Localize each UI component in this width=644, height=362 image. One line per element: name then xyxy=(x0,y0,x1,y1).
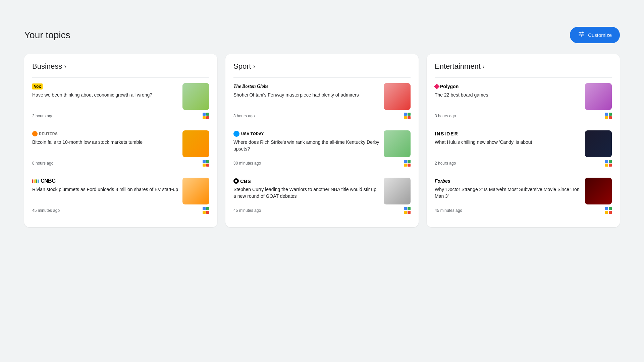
article-title: Stephen Curry leading the Warriors to an… xyxy=(233,186,380,199)
svg-rect-8 xyxy=(203,207,206,210)
page-title: Your topics xyxy=(24,30,70,41)
source-logo-container: CNBC xyxy=(32,178,178,184)
source-logo-container: Vox xyxy=(32,83,178,90)
topic-heading-entertainment[interactable]: Entertainment › xyxy=(435,62,612,71)
source-logo-container: Polygon xyxy=(435,83,581,90)
article-item[interactable]: Forbes Why 'Doctor Strange 2' Is Marvel'… xyxy=(435,172,612,219)
article-footer: 3 hours ago xyxy=(233,113,411,119)
article-title: Rivian stock plummets as Ford unloads 8 … xyxy=(32,186,178,193)
article-time: 2 hours ago xyxy=(32,114,53,118)
topic-heading-sport[interactable]: Sport › xyxy=(233,62,411,71)
source-logo-usa-today: USA TODAY xyxy=(233,131,264,137)
topic-arrow-icon: › xyxy=(64,63,66,70)
article-item[interactable]: CNBC Rivian stock plummets as Ford unloa… xyxy=(32,172,209,219)
article-item[interactable]: CBS Stephen Curry leading the Warriors t… xyxy=(233,172,411,219)
article-time: 8 hours ago xyxy=(32,161,53,166)
source-logo-container: CBS xyxy=(233,178,380,184)
article-title: Bitcoin falls to 10-month low as stock m… xyxy=(32,139,178,146)
article-item[interactable]: The Boston Globe Shohei Ohtani's Fenway … xyxy=(233,77,411,125)
article-item[interactable]: REUTERS Bitcoin falls to 10-month low as… xyxy=(32,125,209,172)
svg-rect-18 xyxy=(404,164,407,167)
article-title: Where does Rich Strike's win rank among … xyxy=(233,139,380,152)
article-item[interactable]: INSIDER What Hulu's chilling new show 'C… xyxy=(435,125,612,172)
svg-rect-31 xyxy=(609,164,612,167)
article-thumbnail xyxy=(585,83,612,110)
google-news-icon xyxy=(404,207,411,214)
source-logo-polygon: Polygon xyxy=(435,84,459,89)
svg-rect-24 xyxy=(605,113,608,116)
svg-rect-0 xyxy=(203,113,206,116)
google-news-icon xyxy=(404,160,411,167)
svg-rect-10 xyxy=(203,211,206,214)
topic-card-entertainment: Entertainment › Polygon The 22 best boar… xyxy=(427,54,620,227)
svg-rect-23 xyxy=(408,211,411,214)
article-time: 30 minutes ago xyxy=(233,161,261,166)
topic-arrow-icon: › xyxy=(483,63,485,70)
svg-rect-32 xyxy=(605,207,608,210)
article-item[interactable]: Polygon The 22 best board games 3 hours … xyxy=(435,77,612,125)
article-content: CBS Stephen Curry leading the Warriors t… xyxy=(233,178,380,201)
svg-rect-14 xyxy=(404,116,407,119)
svg-rect-17 xyxy=(408,160,411,163)
article-thumbnail xyxy=(182,178,209,204)
topic-card-business: Business › Vox Have we been thinking abo… xyxy=(24,54,217,227)
google-news-icon xyxy=(404,113,411,119)
svg-rect-21 xyxy=(408,207,411,210)
article-time: 3 hours ago xyxy=(233,114,255,118)
article-footer: 45 minutes ago xyxy=(32,207,209,214)
source-logo-container: REUTERS xyxy=(32,130,178,137)
article-footer: 45 minutes ago xyxy=(435,207,612,214)
source-logo-vox: Vox xyxy=(32,83,43,89)
article-thumbnail xyxy=(384,83,411,110)
topics-grid: Business › Vox Have we been thinking abo… xyxy=(24,54,620,227)
article-time: 2 hours ago xyxy=(435,161,456,166)
source-logo-container: The Boston Globe xyxy=(233,83,380,90)
article-time: 45 minutes ago xyxy=(32,208,60,213)
svg-rect-20 xyxy=(404,207,407,210)
source-logo-container: USA TODAY xyxy=(233,130,380,137)
article-footer: 2 hours ago xyxy=(32,113,209,119)
svg-rect-27 xyxy=(609,116,612,119)
article-title: The 22 best board games xyxy=(435,92,581,99)
article-thumbnail xyxy=(384,130,411,157)
topic-heading-business[interactable]: Business › xyxy=(32,62,209,71)
topic-arrow-icon: › xyxy=(253,63,255,70)
topic-title: Entertainment xyxy=(435,62,481,71)
article-content: USA TODAY Where does Rich Strike's win r… xyxy=(233,130,380,154)
customize-icon xyxy=(578,31,585,39)
article-footer: 8 hours ago xyxy=(32,160,209,167)
source-logo-container: INSIDER xyxy=(435,130,581,137)
article-item[interactable]: USA TODAY Where does Rich Strike's win r… xyxy=(233,125,411,172)
source-logo-insider: INSIDER xyxy=(435,131,459,136)
article-thumbnail xyxy=(585,130,612,157)
svg-rect-28 xyxy=(605,160,608,163)
article-content: The Boston Globe Shohei Ohtani's Fenway … xyxy=(233,83,380,100)
article-footer: 45 minutes ago xyxy=(233,207,411,214)
topic-title: Sport xyxy=(233,62,251,71)
topic-title: Business xyxy=(32,62,62,71)
google-news-icon xyxy=(605,207,612,214)
article-content: CNBC Rivian stock plummets as Ford unloa… xyxy=(32,178,178,194)
google-news-icon xyxy=(605,160,612,167)
customize-button[interactable]: Customize xyxy=(570,27,620,43)
svg-rect-19 xyxy=(408,164,411,167)
article-item[interactable]: Vox Have we been thinking about economic… xyxy=(32,77,209,125)
google-news-icon xyxy=(605,113,612,119)
article-title: Have we been thinking about economic gro… xyxy=(32,92,178,99)
svg-rect-30 xyxy=(605,164,608,167)
svg-rect-12 xyxy=(404,113,407,116)
article-footer: 30 minutes ago xyxy=(233,160,411,167)
svg-rect-26 xyxy=(605,116,608,119)
svg-rect-15 xyxy=(408,116,411,119)
svg-rect-11 xyxy=(206,211,209,214)
article-title: Why 'Doctor Strange 2' Is Marvel's Most … xyxy=(435,186,581,199)
svg-rect-9 xyxy=(206,207,209,210)
google-news-icon xyxy=(203,160,209,167)
svg-rect-16 xyxy=(404,160,407,163)
article-footer: 3 hours ago xyxy=(435,113,612,119)
article-time: 45 minutes ago xyxy=(233,208,261,213)
svg-rect-6 xyxy=(203,164,206,167)
svg-rect-34 xyxy=(605,211,608,214)
source-logo-boston-globe: The Boston Globe xyxy=(233,84,268,89)
svg-rect-2 xyxy=(203,116,206,119)
